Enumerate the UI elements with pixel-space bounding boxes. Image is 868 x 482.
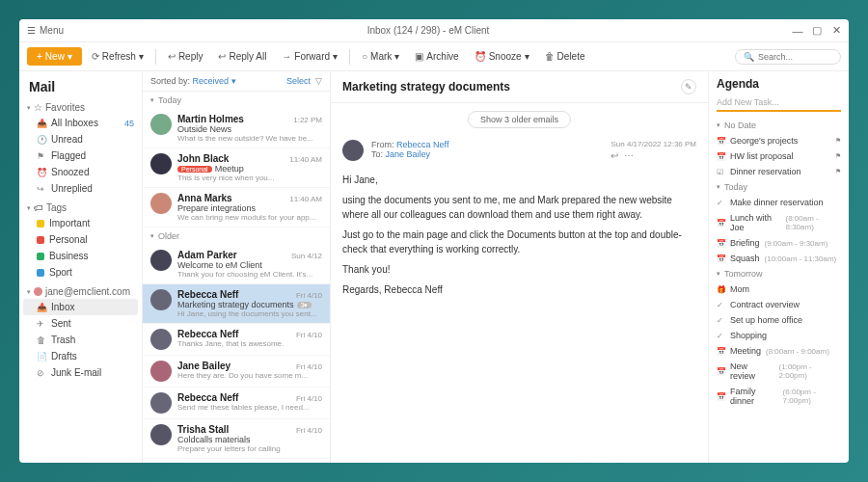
check-icon: ✓ [717,199,725,207]
account-header[interactable]: ▾ jane@emclient.com [23,284,138,299]
select-button[interactable]: Select [286,76,311,86]
show-older-button[interactable]: Show 3 older emails [468,111,571,128]
agenda-item[interactable]: 📅Family dinner(6:00pm - 7:00pm) [717,384,841,409]
agenda-item[interactable]: 📅George's projects⚑ [717,133,841,148]
archive-button[interactable]: ▣Archive [409,48,464,65]
tag-important[interactable]: Important [23,215,138,231]
msg-time: Fri 4/10 [296,362,322,371]
message-row[interactable]: Paul StockThu 4/9Code review - stack [143,459,330,463]
agenda-item[interactable]: ✓Contract overview [717,297,841,312]
sidebar-item-unreplied[interactable]: ↪Unreplied [23,180,138,197]
sidebar-item-unread[interactable]: 🕐Unread [23,131,138,147]
filter-icon[interactable]: ▽ [315,76,322,86]
snooze-icon: ⏰ [475,51,486,62]
agenda-item[interactable]: ✓Shopping [717,328,841,343]
trash-icon: 🗑 [37,335,46,345]
msg-subject: Outside News [177,124,322,134]
message-row[interactable]: Jane BaileyFri 4/10Here they are. Do you… [143,356,330,388]
folder-inbox[interactable]: 📥Inbox [23,299,138,315]
message-row[interactable]: Rebecca NeffFri 4/10Thanks Jane, that is… [143,324,330,356]
agenda-today-header[interactable]: ▾Today [717,179,841,195]
check-icon: ✓ [717,301,725,309]
agenda-nodate-header[interactable]: ▾No Date [717,118,841,133]
message-row[interactable]: John Black11:40 AMPersonalMeetupThis is … [143,148,330,188]
sidebar-item-all-inboxes[interactable]: 📥All Inboxes45 [23,115,138,131]
favorites-header[interactable]: ▾☆ Favorites [23,100,138,115]
reply-icon[interactable]: ↩ [610,150,618,161]
chevron-down-icon: ▾ [150,232,154,240]
maximize-button[interactable]: ▢ [812,26,822,36]
snooze-button[interactable]: ⏰Snooze ▾ [469,48,535,65]
tag-personal[interactable]: Personal [23,231,138,248]
folder-sent[interactable]: ✈Sent [23,315,138,332]
close-button[interactable]: ✕ [831,26,841,36]
folder-junk-e-mail[interactable]: ⊘Junk E-mail [23,364,138,381]
agenda-item[interactable]: 📅Briefing(9:00am - 9:30am) [717,235,841,251]
avatar [150,392,172,414]
agenda-item[interactable]: ☑Dinner reservation⚑ [717,164,841,179]
cal-icon: 📅 [717,347,725,356]
section-today[interactable]: ▾Today [143,92,330,109]
to-link[interactable]: Jane Bailey [386,149,431,159]
forward-button[interactable]: →Forward ▾ [276,48,343,65]
sidebar-item-snoozed[interactable]: ⏰Snoozed [23,164,138,180]
msg-from: Martin Holmes [177,114,244,124]
message-row[interactable]: Trisha StallFri 4/10Coldcalls materialsP… [143,419,330,459]
check-icon: ✓ [717,316,725,325]
search-input[interactable] [758,52,835,62]
agenda-item[interactable]: 🎁Mom [717,281,841,297]
section-older[interactable]: ▾Older [143,228,330,245]
agenda-item[interactable]: 📅HW list proposal⚑ [717,148,841,164]
reply-all-button[interactable]: ↩Reply All [212,48,272,65]
agenda-item[interactable]: 📅Squash(10:00am - 11:30am) [717,251,841,266]
msg-subject: Welcome to eM Client [177,260,322,270]
msg-subject: PersonalMeetup [177,164,322,174]
add-task-input[interactable]: Add New Task... [717,94,841,112]
folder-drafts[interactable]: 📄Drafts [23,348,138,364]
message-row[interactable]: Anna Marks11:40 AMPrepare integrationsWe… [143,188,330,228]
refresh-button[interactable]: ⟳Refresh ▾ [86,48,149,65]
msg-from: Trisha Stall [177,424,229,435]
drafts-icon: 📄 [37,352,46,362]
more-icon[interactable]: ⋯ [624,150,634,161]
delete-button[interactable]: 🗑Delete [539,48,591,65]
avatar [150,329,172,350]
agenda-tomorrow-header[interactable]: ▾Tomorrow [717,266,841,281]
agenda-item[interactable]: ✓Make dinner reservation [717,195,841,210]
agenda-item[interactable]: 📅Meeting(8:00am - 9:00am) [717,343,841,359]
tag-sport[interactable]: Sport [23,264,138,281]
inbox-icon: 📥 [37,303,46,312]
star-icon: ☆ [34,102,42,113]
avatar [150,193,172,214]
msg-time: Fri 4/10 [296,394,322,403]
message-list: Sorted by: Received ▾ Select ▽ ▾Today Ma… [143,71,331,463]
sort-field[interactable]: Received ▾ [193,76,236,86]
message-row[interactable]: Rebecca NeffFri 4/10Marketing strategy d… [143,284,330,324]
folder-trash[interactable]: 🗑Trash [23,332,138,348]
chevron-down-icon: ▾ [27,104,31,112]
message-row[interactable]: Rebecca NeffFri 4/10Send me these tables… [143,388,330,419]
msg-from: Rebecca Neff [177,289,238,300]
menu-button[interactable]: ☰ Menu [27,25,64,36]
sidebar-item-flagged[interactable]: ⚑Flagged [23,147,138,164]
tag-business[interactable]: Business [23,248,138,264]
pin-button[interactable]: ✎ [681,79,696,94]
search-box[interactable]: 🔍 [735,49,841,65]
mark-button[interactable]: ○Mark ▾ [356,48,405,65]
msg-preview: What is the new outside? We have be... [177,134,322,143]
agenda-item[interactable]: 📅New review(1:00pm - 2:00pm) [717,359,841,384]
message-row[interactable]: Martin Holmes1:22 PMOutside NewsWhat is … [143,109,330,148]
agenda-item[interactable]: ✓Set up home office [717,312,841,328]
window-title: Inbox (124 / 298) - eM Client [64,25,793,36]
msg-preview: We can bring new moduls for your app... [177,213,322,222]
tag-icon: 🏷 [34,202,43,213]
tags-header[interactable]: ▾🏷 Tags [23,201,138,215]
sort-label: Sorted by: [150,76,190,86]
agenda-item[interactable]: 📅Lunch with Joe(8:00am - 8:30am) [717,210,841,235]
new-button[interactable]: + New ▾ [27,47,82,66]
avatar [150,250,172,271]
minimize-button[interactable]: — [793,26,802,36]
reply-button[interactable]: ↩Reply [162,48,209,65]
message-row[interactable]: Adam ParkerSun 4/12Welcome to eM ClientT… [143,245,330,284]
from-link[interactable]: Rebecca Neff [396,140,448,149]
